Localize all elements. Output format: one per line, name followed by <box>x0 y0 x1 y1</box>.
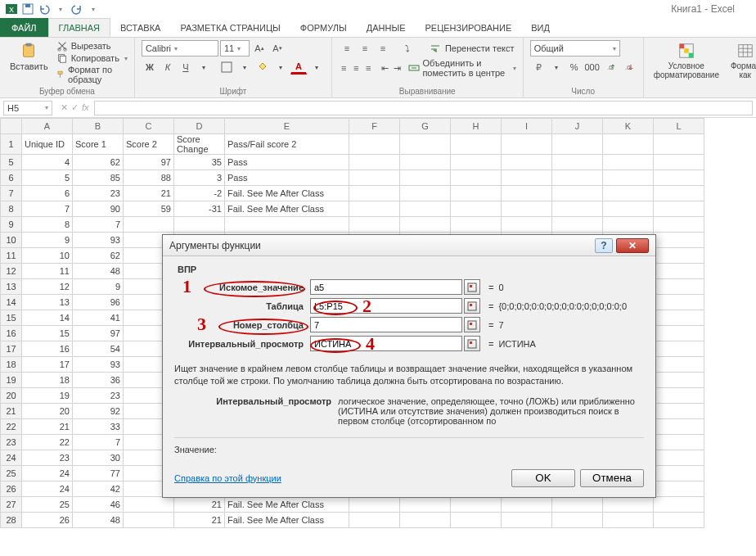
cell[interactable] <box>552 134 603 155</box>
row-header[interactable]: 8 <box>1 201 22 217</box>
cell[interactable]: 5 <box>22 170 73 186</box>
italic-button[interactable]: К <box>160 59 176 75</box>
ref-edit-button[interactable] <box>464 336 480 351</box>
cell[interactable] <box>654 186 704 201</box>
redo-icon[interactable] <box>70 2 83 16</box>
cell[interactable] <box>349 186 400 201</box>
cell[interactable]: 7 <box>22 201 73 217</box>
cell[interactable] <box>654 373 704 388</box>
dec-decimal-icon[interactable]: .0 <box>620 59 637 75</box>
cell[interactable]: 93 <box>73 233 124 248</box>
col-header[interactable]: E <box>225 119 349 134</box>
cell[interactable]: 8 <box>22 217 73 233</box>
cell[interactable] <box>654 435 704 450</box>
cell[interactable] <box>552 497 603 513</box>
cell[interactable]: 13 <box>22 295 73 310</box>
cell[interactable] <box>451 186 502 201</box>
cell[interactable]: 10 <box>22 248 73 264</box>
cell[interactable]: Fail. See Me After Class <box>225 513 349 528</box>
cell[interactable]: 54 <box>73 341 124 357</box>
tab-insert[interactable]: ВСТАВКА <box>110 18 170 37</box>
arg-input-1[interactable] <box>310 298 462 314</box>
cell[interactable]: 12 <box>22 279 73 295</box>
row-header[interactable]: 5 <box>1 155 22 170</box>
cell[interactable] <box>654 497 704 513</box>
cell[interactable] <box>349 170 400 186</box>
align-center-icon[interactable]: ≡ <box>351 60 362 76</box>
row-header[interactable]: 1 <box>1 134 22 155</box>
col-header[interactable]: H <box>451 119 502 134</box>
cell[interactable] <box>654 264 704 279</box>
currency-icon[interactable]: ₽ <box>530 59 547 75</box>
cell[interactable]: 16 <box>22 341 73 357</box>
cell[interactable]: 22 <box>22 435 73 450</box>
tab-data[interactable]: ДАННЫЕ <box>357 18 416 37</box>
col-header[interactable]: C <box>124 119 174 134</box>
cell[interactable] <box>654 155 704 170</box>
col-header[interactable]: G <box>400 119 451 134</box>
cell[interactable] <box>502 186 552 201</box>
dialog-titlebar[interactable]: Аргументы функции ? ✕ <box>163 235 655 256</box>
col-header[interactable]: J <box>552 119 603 134</box>
cell[interactable]: 85 <box>73 170 124 186</box>
cell[interactable]: Score Change <box>174 134 225 155</box>
cell[interactable] <box>603 513 654 528</box>
cell[interactable] <box>654 248 704 264</box>
row-header[interactable]: 16 <box>1 326 22 341</box>
enter-formula-icon[interactable]: ✓ <box>71 102 79 113</box>
row-header[interactable]: 26 <box>1 481 22 497</box>
row-header[interactable]: 27 <box>1 497 22 513</box>
arg-input-2[interactable] <box>310 317 462 332</box>
cell[interactable]: 6 <box>22 186 73 201</box>
row-header[interactable]: 14 <box>1 295 22 310</box>
undo-icon[interactable] <box>38 2 51 16</box>
cell[interactable]: 15 <box>22 326 73 341</box>
row-header[interactable]: 17 <box>1 341 22 357</box>
cell[interactable] <box>654 279 704 295</box>
align-middle-icon[interactable]: ≡ <box>357 40 373 57</box>
formula-input[interactable] <box>94 101 753 115</box>
cell[interactable]: 23 <box>22 450 73 466</box>
tab-view[interactable]: ВИД <box>521 18 560 37</box>
cell[interactable] <box>400 155 451 170</box>
cell[interactable] <box>603 186 654 201</box>
cell[interactable]: Fail. See Me After Class <box>225 497 349 513</box>
underline-button[interactable]: Ч <box>178 59 194 75</box>
inc-decimal-icon[interactable]: .0 <box>602 59 619 75</box>
merge-label[interactable]: Объединить и поместить в центре <box>422 58 509 78</box>
cell[interactable] <box>552 186 603 201</box>
cell[interactable] <box>654 466 704 481</box>
cell[interactable]: 77 <box>73 466 124 481</box>
cell[interactable] <box>654 341 704 357</box>
cell[interactable] <box>654 404 704 419</box>
cell[interactable] <box>603 201 654 217</box>
cell[interactable]: 62 <box>73 155 124 170</box>
cell[interactable] <box>451 170 502 186</box>
row-header[interactable]: 18 <box>1 357 22 373</box>
cell[interactable]: -31 <box>174 201 225 217</box>
cell[interactable]: 7 <box>73 217 124 233</box>
row-header[interactable]: 22 <box>1 419 22 435</box>
cell[interactable] <box>552 217 603 233</box>
wrap-text-label[interactable]: Перенести текст <box>445 43 515 53</box>
cell[interactable] <box>451 134 502 155</box>
font-color-button[interactable]: A <box>290 61 307 75</box>
name-box[interactable]: H5▾ <box>3 101 52 115</box>
tab-formulas[interactable]: ФОРМУЛЫ <box>290 18 357 37</box>
cell[interactable] <box>654 450 704 466</box>
cell[interactable] <box>124 513 174 528</box>
cancel-button[interactable]: Отмена <box>580 469 644 487</box>
cell[interactable] <box>400 497 451 513</box>
cell[interactable]: Pass <box>225 170 349 186</box>
cell[interactable] <box>451 513 502 528</box>
cell[interactable] <box>552 170 603 186</box>
cell[interactable] <box>654 513 704 528</box>
row-header[interactable]: 6 <box>1 170 22 186</box>
cell[interactable] <box>603 134 654 155</box>
ref-edit-button[interactable] <box>464 298 480 314</box>
cell[interactable] <box>451 155 502 170</box>
bold-button[interactable]: Ж <box>142 59 158 75</box>
row-header[interactable]: 11 <box>1 248 22 264</box>
cell[interactable]: 90 <box>73 201 124 217</box>
row-header[interactable]: 21 <box>1 404 22 419</box>
